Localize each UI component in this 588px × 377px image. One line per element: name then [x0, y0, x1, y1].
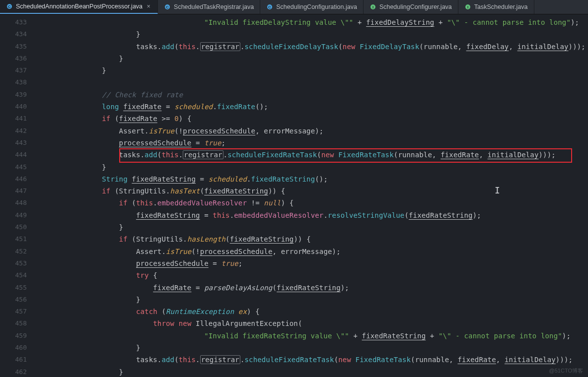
- code-line[interactable]: }: [34, 342, 588, 354]
- svg-text:I: I: [372, 5, 373, 9]
- code-line[interactable]: // Check fixed rate: [34, 89, 588, 101]
- editor-tab[interactable]: ITaskScheduler.java: [458, 0, 534, 14]
- line-number: 460: [0, 342, 27, 354]
- code-line[interactable]: Assert.isTrue(!processedSchedule, errorM…: [34, 246, 588, 257]
- code-line[interactable]: processedSchedule = true;: [34, 137, 588, 149]
- code-line[interactable]: if (this.embeddedValueResolver != null) …: [34, 197, 588, 209]
- code-token: runnable: [398, 151, 432, 159]
- code-token: new: [343, 43, 356, 51]
- java-interface-icon: I: [369, 3, 376, 10]
- code-token: ,: [479, 151, 487, 159]
- close-icon[interactable]: ×: [146, 3, 151, 9]
- code-line[interactable]: if (StringUtils.hasText(fixedRateString)…: [34, 185, 588, 197]
- code-token: );: [315, 127, 323, 135]
- code-token: initialDelay: [517, 43, 569, 51]
- code-line[interactable]: [34, 76, 588, 88]
- code-token: RuntimeException: [166, 308, 234, 315]
- code-token: scheduleFixedRateTask: [244, 356, 334, 364]
- java-class-icon: C: [164, 3, 171, 10]
- code-token: fixedRateString: [251, 175, 315, 183]
- line-number: 452: [0, 246, 27, 257]
- code-token: "Invalid fixedDelayString value \"": [204, 18, 353, 26]
- line-number: 445: [0, 161, 27, 173]
- code-token: fixedRate: [123, 103, 161, 111]
- code-token: initialDelay: [488, 151, 539, 159]
- code-token: (: [200, 187, 205, 195]
- code-line[interactable]: "Invalid fixedDelayString value \"" + fi…: [34, 16, 588, 28]
- code-token: processedSchedule: [183, 127, 255, 135]
- code-line[interactable]: }: [34, 53, 588, 64]
- code-token: }: [102, 163, 106, 171]
- code-area[interactable]: "Invalid fixedDelayString value \"" + fi…: [34, 14, 588, 377]
- editor-tab[interactable]: CScheduledAnnotationBeanPostProcessor.ja…: [0, 0, 158, 14]
- code-token: hasText: [170, 187, 200, 195]
- code-line[interactable]: Assert.isTrue(!processedSchedule, errorM…: [34, 125, 588, 137]
- line-number-gutter: 4334344354364374384394404414424434444454…: [0, 14, 34, 377]
- editor-tab[interactable]: ISchedulingConfigurer.java: [364, 0, 458, 14]
- code-token: .: [145, 127, 149, 135]
- editor[interactable]: 4334344354364374384394404414424434444454…: [0, 14, 588, 377]
- code-token: (: [272, 284, 277, 292]
- code-token: (: [298, 319, 302, 327]
- code-line[interactable]: }: [34, 28, 588, 40]
- code-token: .: [223, 151, 228, 159]
- code-line[interactable]: }: [34, 366, 588, 377]
- editor-tab[interactable]: CScheduledTaskRegistrar.java: [158, 0, 260, 14]
- code-token: add: [161, 356, 174, 364]
- code-line[interactable]: tasks.add(this.registrar.scheduleFixedRa…: [34, 354, 588, 366]
- code-line[interactable]: try {: [34, 269, 588, 281]
- code-token: fixedRate: [217, 103, 255, 111]
- code-token: =: [196, 175, 209, 183]
- code-token: scheduled: [174, 103, 213, 111]
- code-token: .: [196, 356, 200, 364]
- code-token: [234, 308, 238, 315]
- code-token: hasLength: [187, 235, 225, 243]
- code-token: }: [119, 223, 124, 231]
- code-line[interactable]: }: [34, 161, 588, 173]
- code-line[interactable]: fixedRate = parseDelayAsLong(fixedRateSt…: [34, 282, 588, 294]
- code-token: // Check fixed rate: [102, 91, 183, 99]
- line-number: 450: [0, 221, 27, 233]
- code-token: new: [321, 151, 334, 159]
- code-token: +: [353, 18, 366, 26]
- code-line[interactable]: long fixedRate = scheduled.fixedRate();: [34, 101, 588, 113]
- code-token: (: [419, 43, 424, 51]
- code-line[interactable]: throw new IllegalArgumentException(: [34, 317, 588, 329]
- editor-tab[interactable]: CSchedulingConfiguration.java: [260, 0, 364, 14]
- code-line[interactable]: tasks.add(this.registrar.scheduleFixedDe…: [34, 41, 588, 53]
- code-token: fixedRateString: [136, 211, 200, 219]
- line-number: 458: [0, 317, 27, 329]
- code-token: tasks: [136, 43, 157, 51]
- line-number: 433: [0, 16, 27, 28]
- code-line[interactable]: String fixedRateString = scheduled.fixed…: [34, 173, 588, 185]
- code-line[interactable]: catch (RuntimeException ex) {: [34, 306, 588, 317]
- code-line[interactable]: }: [34, 294, 588, 306]
- code-line[interactable]: tasks.add(this.registrar.scheduleFixedRa…: [34, 149, 588, 161]
- code-token: scheduled: [209, 175, 247, 183]
- code-line[interactable]: }: [34, 221, 588, 233]
- code-line[interactable]: if (StringUtils.hasLength(fixedRateStrin…: [34, 233, 588, 245]
- code-token: long: [102, 103, 119, 111]
- code-line[interactable]: }: [34, 64, 588, 76]
- code-token: fixedRateString: [132, 175, 196, 183]
- code-token: =: [161, 103, 174, 111]
- code-token: (: [404, 211, 409, 219]
- code-token: add: [145, 151, 157, 159]
- code-token: .: [183, 235, 187, 243]
- code-token: fixedRate: [458, 356, 496, 364]
- code-token: fixedRateString: [277, 284, 341, 292]
- code-token: .: [247, 175, 251, 183]
- code-line[interactable]: processedSchedule = true;: [34, 257, 588, 269]
- code-line[interactable]: fixedRateString = this.embeddedValueReso…: [34, 209, 588, 221]
- code-token: .: [166, 187, 170, 195]
- code-line[interactable]: if (fixedRate >= 0) {: [34, 113, 588, 125]
- code-token: fixedDelay: [466, 43, 509, 51]
- code-line[interactable]: "Invalid fixedRateString value \"" + fix…: [34, 330, 588, 342]
- editor-tabbar: CScheduledAnnotationBeanPostProcessor.ja…: [0, 0, 588, 14]
- code-token: }: [136, 344, 141, 352]
- code-token: tasks: [136, 356, 157, 364]
- code-token: ,: [272, 248, 281, 255]
- code-token: add: [161, 43, 174, 51]
- code-token: this: [136, 199, 153, 207]
- line-number: 453: [0, 257, 27, 269]
